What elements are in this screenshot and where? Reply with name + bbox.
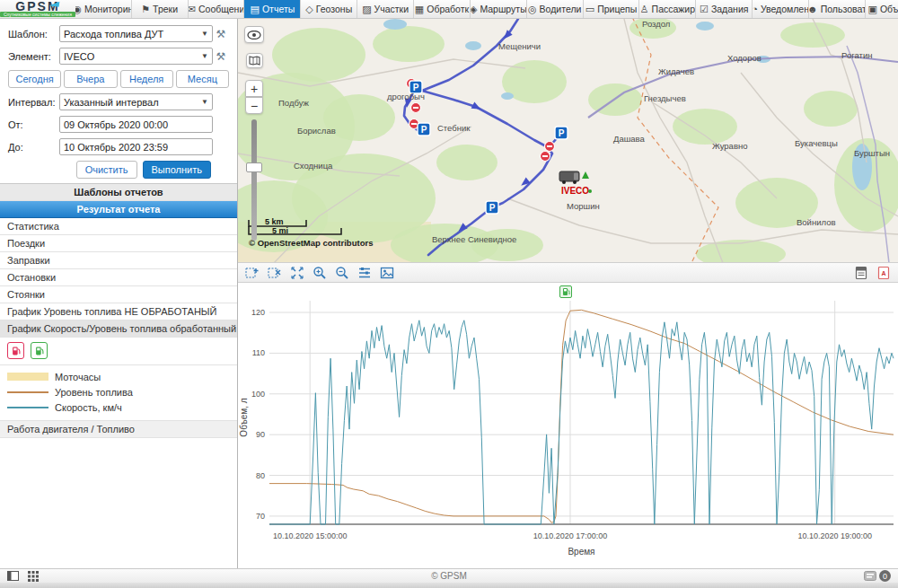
eye-icon bbox=[247, 31, 261, 39]
svg-text:P: P bbox=[559, 128, 565, 138]
tab-tracks[interactable]: ⚑Треки bbox=[132, 0, 189, 18]
list-item-2[interactable]: Статистика bbox=[0, 218, 237, 235]
map-canvas[interactable]: PPPPIVECOРоздолМещеничиПодбужБориславдро… bbox=[238, 19, 898, 263]
grid-view-button[interactable] bbox=[28, 571, 39, 582]
map-layers-button[interactable] bbox=[246, 53, 263, 68]
range-button-1[interactable]: Вчера bbox=[64, 70, 117, 88]
grid-icon bbox=[28, 571, 39, 582]
list-item-6[interactable]: Стоянки bbox=[0, 286, 237, 303]
tab-label: Пользоват bbox=[821, 4, 866, 14]
element-edit-wrench-icon[interactable]: ⚒ bbox=[213, 50, 229, 63]
template-select[interactable]: Расхода топлива ДУТ▼ bbox=[59, 25, 213, 42]
tab-processing[interactable]: ▦Обработк bbox=[414, 0, 471, 18]
tab-label: Маршруты bbox=[480, 4, 526, 14]
map-zoom-in-button[interactable]: + bbox=[245, 80, 263, 97]
chart-svg: 70809010011012010.10.2020 15:00:0010.10.… bbox=[238, 283, 898, 568]
zoom-out-button[interactable] bbox=[335, 266, 349, 280]
sidebar-panel-icon bbox=[7, 571, 19, 581]
zoom-in-button[interactable] bbox=[313, 266, 327, 280]
reports-icon: ▤ bbox=[251, 4, 260, 15]
stop-marker[interactable] bbox=[411, 103, 421, 113]
notifications-tray-button[interactable]: 0 bbox=[864, 570, 891, 582]
legend-swatch bbox=[7, 373, 48, 381]
map-svg: PPPPIVECOРоздолМещеничиПодбужБориславдро… bbox=[238, 19, 898, 263]
tab-label: Водители bbox=[540, 4, 582, 14]
tab-label: Геозоны bbox=[316, 4, 352, 14]
chart-settings-button[interactable] bbox=[357, 266, 372, 280]
parking-marker[interactable]: P bbox=[418, 123, 430, 136]
stop-marker[interactable] bbox=[545, 142, 555, 152]
fit-extent-button[interactable] bbox=[290, 266, 304, 280]
report-sidebar: Шаблон: Расхода топлива ДУТ▼ ⚒ Элемент: … bbox=[0, 19, 238, 568]
tab-tasks[interactable]: ☑Задания bbox=[696, 0, 753, 18]
chart-settings-icon bbox=[357, 266, 372, 280]
map-zoom-slider[interactable] bbox=[251, 119, 257, 241]
chart-area[interactable]: 70809010011012010.10.2020 15:00:0010.10.… bbox=[238, 283, 898, 568]
element-select[interactable]: IVECO▼ bbox=[59, 48, 213, 65]
list-item-4[interactable]: Заправки bbox=[0, 252, 237, 269]
range-button-0[interactable]: Сегодня bbox=[8, 70, 61, 88]
tab-trailers[interactable]: ▭Прицепы bbox=[584, 0, 640, 18]
tab-users[interactable]: ☻Пользоват bbox=[809, 0, 866, 18]
to-datetime-input[interactable]: 10 Октябрь 2020 23:59 bbox=[59, 138, 213, 155]
list-item-1[interactable]: Результат отчета bbox=[0, 201, 237, 218]
list-item-engine-fuel[interactable]: Работа двигателя / Топливо bbox=[0, 421, 237, 438]
toggle-sidebar-button[interactable] bbox=[7, 571, 19, 581]
refuel-event-marker[interactable] bbox=[559, 285, 572, 298]
drivers-icon: ◎ bbox=[528, 4, 537, 15]
list-item-5[interactable]: Остановки bbox=[0, 269, 237, 286]
legend-swatch bbox=[7, 391, 48, 393]
routes-icon: ◈ bbox=[471, 4, 478, 15]
clear-selection-icon bbox=[268, 266, 282, 280]
tab-routes[interactable]: ◈Маршруты bbox=[471, 0, 527, 18]
parking-marker[interactable]: P bbox=[486, 201, 498, 214]
tab-areas[interactable]: ▨Участки bbox=[357, 0, 414, 18]
list-item-0[interactable]: Шаблоны отчетов bbox=[0, 184, 237, 201]
tab-monitoring[interactable]: ◉Мониторин bbox=[75, 0, 132, 18]
x-axis-title: Время bbox=[568, 547, 594, 557]
map-town-label: Стебник bbox=[437, 123, 471, 133]
map-zoom-slider-handle[interactable] bbox=[246, 162, 262, 172]
fuel-fill-button[interactable] bbox=[31, 342, 48, 359]
objects-icon: ▣ bbox=[867, 4, 876, 15]
interval-select[interactable]: Указанный интервал▼ bbox=[59, 93, 213, 110]
svg-text:5 km: 5 km bbox=[265, 217, 284, 226]
legend-item-0: Моточасы bbox=[7, 369, 230, 384]
chart-toolbar: A bbox=[238, 263, 898, 283]
svg-text:A: A bbox=[881, 270, 885, 276]
range-button-3[interactable]: Месяц bbox=[176, 70, 229, 88]
zoom-area-button[interactable] bbox=[245, 266, 260, 280]
tab-messages[interactable]: ✉Сообщени bbox=[189, 0, 245, 18]
fuel-pump-icon bbox=[562, 287, 570, 296]
stop-marker[interactable] bbox=[541, 152, 550, 162]
tab-notifications[interactable]: ◔Уведомлен bbox=[753, 0, 809, 18]
app-logo[interactable]: GPSM Спутниковые системы слежения bbox=[0, 0, 75, 18]
map-zoom-out-button[interactable]: − bbox=[245, 97, 263, 114]
interval-select-value: Указанный интервал bbox=[64, 97, 159, 108]
clear-button[interactable]: Очистить bbox=[76, 161, 137, 179]
series-speed bbox=[269, 320, 894, 524]
legend-item-2: Скорость, км/ч bbox=[7, 399, 230, 415]
x-tick-label: 10.10.2020 19:00:00 bbox=[797, 531, 872, 540]
template-label: Шаблон: bbox=[8, 29, 59, 39]
tab-drivers[interactable]: ◎Водители bbox=[527, 0, 584, 18]
from-datetime-input[interactable]: 09 Октябрь 2020 00:00 bbox=[59, 116, 213, 133]
tab-passengers[interactable]: ♙Пассажир bbox=[639, 0, 696, 18]
list-item-3[interactable]: Поездки bbox=[0, 235, 237, 252]
export-excel-button[interactable] bbox=[854, 266, 868, 280]
tab-reports[interactable]: ▤Отчеты bbox=[244, 0, 301, 18]
tab-geozones[interactable]: ◇Геозоны bbox=[301, 0, 357, 18]
tab-objects[interactable]: ▣Объекты bbox=[866, 0, 898, 18]
clear-selection-button[interactable] bbox=[268, 266, 282, 280]
fuel-drain-button[interactable] bbox=[7, 342, 24, 359]
run-button[interactable]: Выполнить bbox=[143, 161, 211, 179]
snapshot-button[interactable] bbox=[380, 266, 394, 280]
parking-marker[interactable]: P bbox=[555, 127, 568, 139]
map-town-label: Роздол bbox=[642, 19, 670, 29]
map-visibility-eye-button[interactable] bbox=[244, 26, 264, 43]
export-pdf-button[interactable]: A bbox=[876, 266, 891, 280]
range-button-2[interactable]: Неделя bbox=[120, 70, 173, 88]
list-item-8[interactable]: График Скорость/Уровень топлива обработа… bbox=[0, 320, 237, 338]
list-item-7[interactable]: График Уровень топлива НЕ ОБРАБОТАНЫЙ bbox=[0, 303, 237, 320]
template-edit-wrench-icon[interactable]: ⚒ bbox=[213, 28, 229, 40]
